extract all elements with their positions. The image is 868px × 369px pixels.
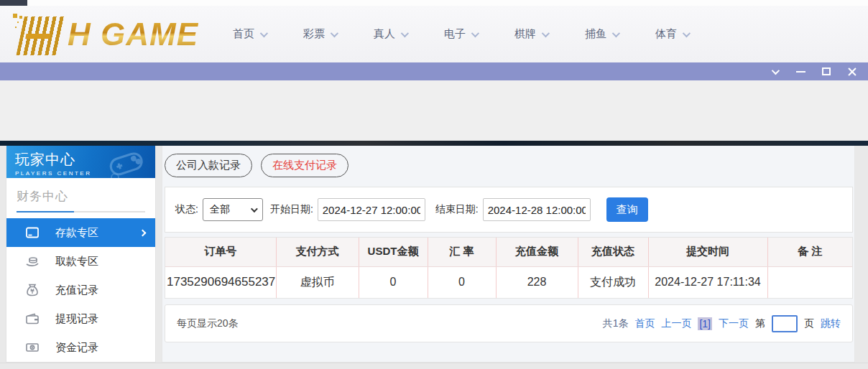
chevron-down-icon [612,29,620,37]
content-panel: 公司入款记录 在线支付记录 状态: 全部 开始日期: 结束日期: 查询 [162,146,855,363]
sidebar-item-deposit[interactable]: 存款专区 [6,218,155,247]
table-row: 1735290694655237 虚拟币 0 0 228 支付成功 2024-1… [165,266,852,298]
cell-recharge-status: 支付成功 [578,266,648,298]
logo[interactable]: H GAME [11,14,198,55]
nav-label: 首页 [233,27,254,41]
top-strip [0,0,868,6]
main-nav: 首页 彩票 真人 电子 棋牌 捕鱼 体育 [233,27,688,41]
minimize-icon [796,71,805,73]
wallet-icon [25,312,40,326]
start-date-label: 开始日期: [270,203,313,216]
end-date-label: 结束日期: [435,203,479,216]
tab-online-payment-records[interactable]: 在线支付记录 [261,154,348,177]
withdraw-hand-icon [25,254,40,268]
status-select-value: 全部 [210,203,230,216]
chevron-down-icon [772,66,780,74]
sidebar-item-label: 提现记录 [55,312,98,326]
jump-suffix-label: 页 [804,317,814,330]
nav-label: 捕鱼 [585,27,606,41]
chevron-down-icon [683,29,691,37]
jump-page-input[interactable] [772,315,798,332]
nav-item-fishing[interactable]: 捕鱼 [585,27,618,41]
prev-page-link[interactable]: 上一页 [661,317,691,330]
jump-button[interactable]: 跳转 [821,317,841,330]
sidebar-section: 财务中心 [6,178,155,212]
cell-usdt-amount: 0 [359,266,428,298]
sidebar-item-label: 取款专区 [55,255,98,268]
sidebar-section-label: 财务中心 [17,188,145,205]
logo-text: H GAME [68,17,198,52]
nav-item-cards[interactable]: 棋牌 [514,27,548,41]
col-recharge-amount: 充值金额 [496,238,578,266]
query-button[interactable]: 查询 [606,197,648,222]
sidebar-item-label: 存款专区 [55,226,98,240]
sidebar-item-label: 资金记录 [55,341,98,355]
pagination-bar: 每页显示20条 共1条 首页 上一页 [1] 下一页 第 页 跳转 [165,304,853,342]
chevron-down-icon [471,29,479,37]
money-bag-icon [25,283,40,297]
nav-item-sports[interactable]: 体育 [655,27,688,41]
sidebar: 玩家中心 PLAYERS CENTER 财务中心 存款专区 [6,146,156,363]
cell-exchange-rate: 0 [428,266,496,298]
filter-bar: 状态: 全部 开始日期: 结束日期: 查询 [165,187,853,233]
window-titlebar [0,62,868,80]
logo-dots-decoration [13,14,17,18]
cell-payment-method: 虚拟币 [276,266,359,298]
window-maximize-button[interactable] [821,66,832,78]
nav-label: 电子 [444,27,466,41]
nav-label: 体育 [655,27,677,41]
sidebar-section-divider [17,211,145,212]
nav-item-slots[interactable]: 电子 [444,27,477,41]
cell-remark [767,266,852,298]
nav-item-home[interactable]: 首页 [233,27,266,41]
gamepad-icon [105,149,149,178]
col-usdt-amount: USDT金额 [359,238,428,266]
sidebar-item-withdraw-records[interactable]: 提现记录 [6,304,155,333]
sidebar-item-funds-records[interactable]: 资金记录 [6,333,155,362]
banner-strip [0,141,868,146]
chevron-down-icon [542,29,550,37]
first-page-link[interactable]: 首页 [634,317,655,330]
empty-gray-band [0,80,868,141]
chevron-down-icon [260,29,268,37]
logo-mark-icon [11,14,63,55]
record-tabs: 公司入款记录 在线支付记录 [165,154,853,177]
current-page-badge: [1] [698,317,712,330]
window-close-button[interactable] [846,66,858,78]
col-recharge-status: 充值状态 [578,238,648,266]
sidebar-menu: 存款专区 取款专区 充值记录 提现记录 [6,218,155,362]
table-header-row: 订单号 支付方式 USDT金额 汇 率 充值金额 充值状态 提交时间 备 注 [165,238,852,266]
records-table: 订单号 支付方式 USDT金额 汇 率 充值金额 充值状态 提交时间 备 注 1… [165,238,852,298]
end-date-input[interactable] [483,198,591,221]
sidebar-header: 玩家中心 PLAYERS CENTER [6,146,155,178]
window-minimize-button[interactable] [795,66,806,78]
records-table-container: 订单号 支付方式 USDT金额 汇 率 充值金额 充值状态 提交时间 备 注 1… [165,237,853,299]
banknote-icon [25,340,40,355]
status-label: 状态: [175,203,198,216]
nav-item-lottery[interactable]: 彩票 [303,27,336,41]
chevron-right-icon [139,229,147,236]
col-remark: 备 注 [767,238,852,266]
cell-recharge-amount: 228 [496,266,578,298]
nav-label: 真人 [374,27,395,41]
start-date-input[interactable] [318,198,425,221]
bottom-strip [0,363,868,369]
cell-order-no: 1735290694655237 [165,266,276,298]
col-submit-time: 提交时间 [648,238,767,266]
site-header: H GAME 首页 彩票 真人 电子 棋牌 捕鱼 体育 [0,6,868,62]
nav-item-live[interactable]: 真人 [374,27,407,41]
status-select[interactable]: 全部 [203,198,263,221]
col-exchange-rate: 汇 率 [428,238,496,266]
page-size-text: 每页显示20条 [177,317,239,330]
sidebar-item-recharge-records[interactable]: 充值记录 [6,276,155,304]
chevron-down-icon [251,205,258,212]
chevron-down-icon [331,29,338,37]
pagination-controls: 共1条 首页 上一页 [1] 下一页 第 页 跳转 [603,315,841,332]
window-collapse-button[interactable] [769,66,780,78]
tab-company-deposit-records[interactable]: 公司入款记录 [165,154,252,177]
maximize-icon [822,67,831,75]
col-payment-method: 支付方式 [276,238,359,266]
nav-label: 彩票 [303,27,325,41]
sidebar-item-withdraw[interactable]: 取款专区 [6,247,155,276]
next-page-link[interactable]: 下一页 [719,317,749,330]
